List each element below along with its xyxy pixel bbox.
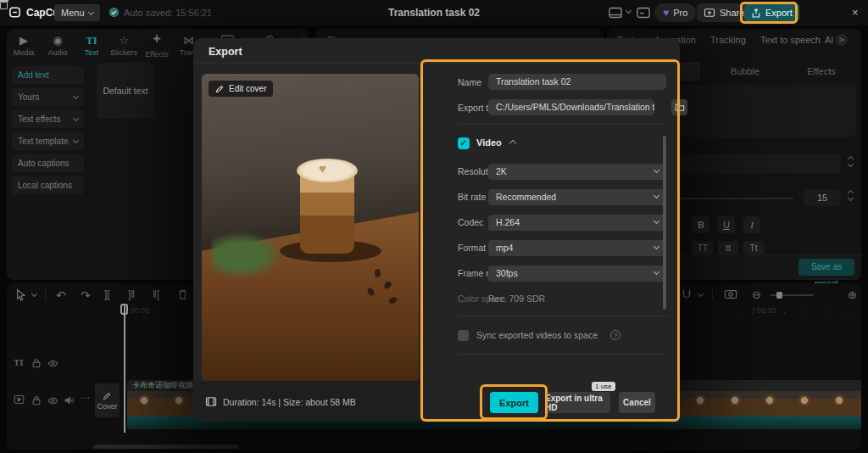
pro-button[interactable]: ♥ Pro — [654, 3, 696, 22]
format-select[interactable]: mp4 — [488, 240, 666, 256]
film-icon — [205, 396, 217, 407]
autosave-status: Auto saved: 15:56:21 — [108, 7, 212, 18]
codec-select[interactable]: H.264 — [488, 215, 666, 231]
form-scrollbar[interactable] — [663, 136, 666, 310]
capcut-logo-icon — [8, 6, 21, 19]
folder-icon — [675, 103, 685, 112]
colorspace-value: Rec. 709 SDR — [488, 294, 545, 304]
notes-icon[interactable] — [637, 7, 650, 19]
pro-heart-icon: ♥ — [663, 7, 669, 19]
export-dialog: Export ♥ Edit cover Duration: 14s | Size… — [193, 38, 680, 422]
divider — [458, 354, 668, 355]
divider — [458, 316, 668, 316]
edit-cover-button[interactable]: Edit cover — [209, 81, 273, 97]
bitrate-select[interactable]: Recommended — [488, 189, 666, 205]
name-input[interactable]: Translation task 02 — [488, 74, 666, 90]
video-section-label: Video — [476, 137, 502, 148]
sync-label: Sync exported videos to space — [476, 330, 598, 340]
dialog-info-bar: Duration: 14s | Size: about 58 MB — [193, 381, 422, 422]
project-title: Translation task 02 — [388, 7, 480, 19]
export-ultra-hd-button[interactable]: Export in ultra HD — [545, 392, 610, 413]
export-cover-preview: ♥ Edit cover — [202, 74, 419, 381]
coffee-bean — [375, 269, 381, 277]
export-icon — [751, 8, 761, 19]
video-checkbox[interactable]: ✓ — [458, 137, 470, 149]
pencil-icon — [215, 84, 225, 93]
chevron-down-icon — [654, 269, 659, 275]
restore-button[interactable] — [0, 2, 8, 9]
menu-button[interactable]: Menu — [54, 4, 100, 21]
capcut-window: CapCut Menu Auto saved: 15:56:21 Transla… — [0, 0, 868, 453]
browse-folder-button[interactable] — [671, 99, 687, 115]
dialog-header: Export — [193, 38, 680, 64]
codec-label: Codec — [458, 217, 483, 227]
layout-view-icon[interactable] — [609, 7, 622, 19]
sync-checkbox[interactable] — [458, 330, 469, 341]
divider — [458, 124, 668, 125]
ultra-hd-usage-badge: 1 use — [592, 382, 615, 391]
chevron-down-icon — [654, 167, 659, 173]
cancel-button[interactable]: Cancel — [619, 392, 655, 413]
check-circle-icon — [108, 7, 120, 18]
close-button[interactable]: × — [852, 7, 859, 18]
duration-info: Duration: 14s | Size: about 58 MB — [205, 396, 356, 407]
resolution-select[interactable]: 2K — [488, 164, 666, 180]
format-label: Format — [458, 243, 486, 253]
bitrate-label: Bit rate — [458, 192, 486, 202]
export-confirm-button[interactable]: Export — [490, 392, 538, 413]
share-icon — [704, 8, 715, 18]
chevron-down-icon — [87, 8, 93, 14]
framerate-select[interactable]: 30fps — [488, 266, 666, 282]
collapse-up-icon[interactable] — [509, 140, 516, 147]
latte-heart-icon: ♥ — [319, 161, 326, 176]
plant-sprig-graphic — [212, 232, 283, 279]
export-path-input[interactable]: C:/Users/PMLS/Downloads/Translation ta..… — [488, 99, 654, 115]
share-button[interactable]: Share — [697, 3, 751, 22]
help-icon[interactable]: ? — [610, 330, 620, 340]
chevron-down-icon — [654, 243, 659, 249]
export-button-top[interactable]: Export — [744, 4, 799, 21]
name-label: Name — [458, 77, 481, 87]
dialog-title: Export — [209, 46, 242, 58]
layout-chevron-icon[interactable] — [626, 8, 632, 14]
chevron-down-icon — [654, 193, 659, 199]
chevron-down-icon — [654, 218, 659, 224]
latte-foam-graphic — [297, 159, 358, 182]
top-bar: CapCut Menu Auto saved: 15:56:21 Transla… — [0, 0, 868, 25]
